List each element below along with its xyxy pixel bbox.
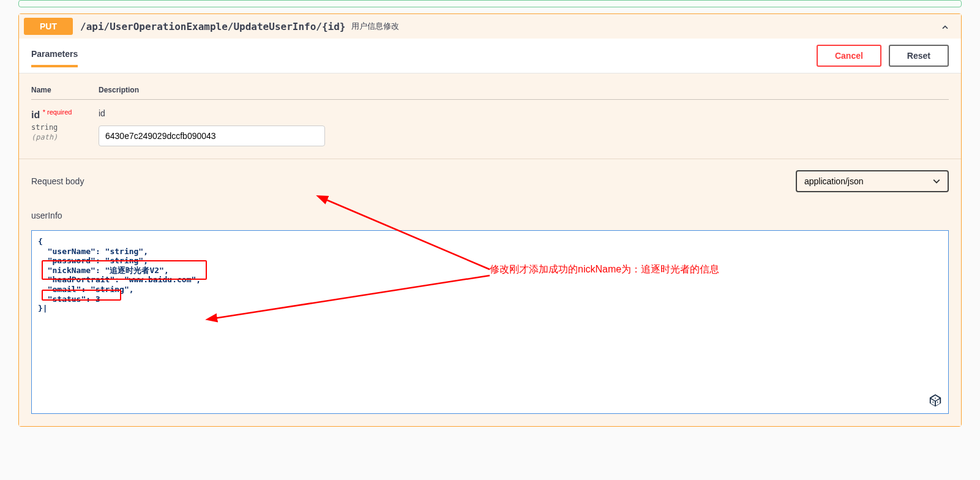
request-body-label: Request body xyxy=(31,176,84,186)
col-desc-header: Description xyxy=(99,86,139,94)
param-name: id xyxy=(31,110,40,120)
table-header-row: Name Description xyxy=(31,86,949,100)
param-type: string xyxy=(31,123,99,132)
parameters-table: Name Description id * required string (p… xyxy=(31,86,949,146)
endpoint-summary: 用户信息修改 xyxy=(351,21,399,32)
table-row: id * required string (path) id xyxy=(31,100,949,146)
reset-button[interactable]: Reset xyxy=(889,45,949,67)
request-body-header: Request body application/json xyxy=(19,159,961,201)
button-group: Cancel Reset xyxy=(817,45,949,67)
param-location: (path) xyxy=(31,133,99,141)
http-method-badge: PUT xyxy=(24,18,73,35)
svg-point-0 xyxy=(932,402,933,403)
parameters-body: Name Description id * required string (p… xyxy=(19,73,961,159)
param-name-cell: id * required string (path) xyxy=(31,108,99,146)
content-type-select[interactable]: application/json xyxy=(796,170,949,192)
id-input[interactable] xyxy=(99,126,325,146)
chevron-down-icon[interactable] xyxy=(940,20,950,32)
operation-summary[interactable]: PUT /api/UserOperationExample/UpdateUser… xyxy=(19,14,961,39)
cancel-button[interactable]: Cancel xyxy=(817,45,881,67)
dice-icon[interactable] xyxy=(929,394,942,407)
endpoint-path: /api/UserOperationExample/UpdateUserInfo… xyxy=(80,21,345,32)
param-description: id xyxy=(99,108,949,118)
tab-parameters[interactable]: Parameters xyxy=(31,49,78,67)
content-type-value: application/json xyxy=(804,176,864,186)
userinfo-label: userInfo xyxy=(31,211,949,220)
col-name-header: Name xyxy=(31,86,99,94)
svg-point-2 xyxy=(935,397,936,399)
json-body-editor[interactable]: { "userName": "string", "password": "str… xyxy=(31,230,949,414)
parameters-header: Parameters Cancel Reset xyxy=(19,39,961,73)
param-desc-cell: id xyxy=(99,108,949,146)
previous-block-border xyxy=(18,0,962,7)
chevron-down-icon xyxy=(933,178,940,185)
operation-block: PUT /api/UserOperationExample/UpdateUser… xyxy=(18,13,962,427)
svg-point-1 xyxy=(937,402,938,403)
annotation-text: 修改刚才添加成功的nickName为：追逐时光者的信息 xyxy=(490,263,719,276)
userinfo-section: userInfo { "userName": "string", "passwo… xyxy=(19,201,961,426)
required-marker: * required xyxy=(43,108,72,116)
